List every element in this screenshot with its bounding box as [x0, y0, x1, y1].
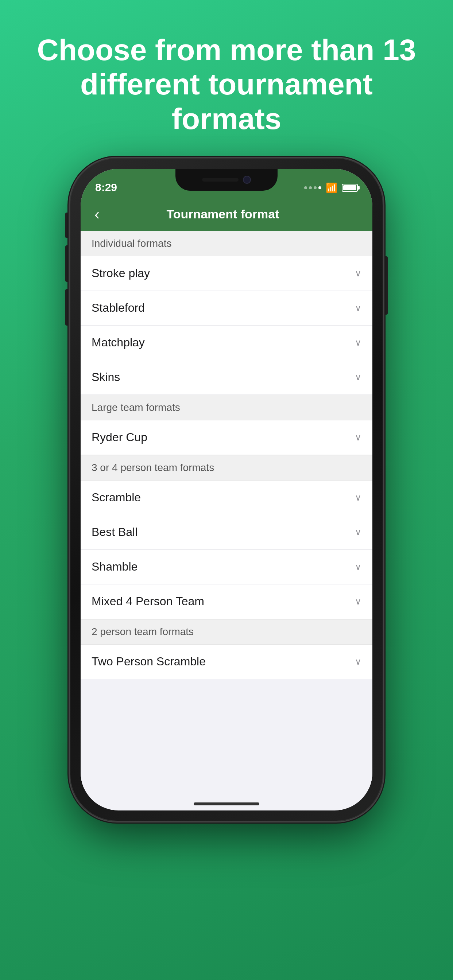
- wifi-icon: 📶: [326, 182, 337, 194]
- list-item[interactable]: Stroke play∨: [81, 256, 372, 291]
- section-header-0: Individual formats: [81, 231, 372, 256]
- hero-title: Choose from more than 13 different tourn…: [0, 0, 453, 158]
- hero-section: Choose from more than 13 different tourn…: [0, 0, 453, 158]
- notch: [175, 169, 278, 191]
- phone-screen: 8:29 📶 ‹ Tournament form: [81, 169, 372, 810]
- volume-down-button: [65, 289, 68, 326]
- list-item-label: Scramble: [91, 491, 141, 504]
- list-item[interactable]: Mixed 4 Person Team∨: [81, 584, 372, 619]
- section-header-3: 2 person team formats: [81, 619, 372, 644]
- list-item-label: Shamble: [91, 560, 137, 573]
- list-item[interactable]: Best Ball∨: [81, 515, 372, 550]
- silent-button: [65, 213, 68, 238]
- home-indicator: [194, 802, 259, 805]
- list-item[interactable]: Shamble∨: [81, 550, 372, 584]
- phone-shell: 8:29 📶 ‹ Tournament form: [70, 158, 383, 821]
- list-item[interactable]: Skins∨: [81, 360, 372, 395]
- list-item[interactable]: Two Person Scramble∨: [81, 644, 372, 679]
- chevron-down-icon: ∨: [355, 372, 362, 382]
- chevron-down-icon: ∨: [355, 657, 362, 667]
- speaker: [202, 178, 239, 181]
- dot-4: [318, 186, 321, 189]
- list-item-label: Skins: [91, 371, 120, 384]
- dot-2: [309, 186, 312, 189]
- chevron-down-icon: ∨: [355, 562, 362, 572]
- status-icons: 📶: [304, 182, 358, 194]
- dot-3: [314, 186, 317, 189]
- chevron-down-icon: ∨: [355, 337, 362, 348]
- list-item-label: Best Ball: [91, 525, 137, 539]
- list-item[interactable]: Matchplay∨: [81, 326, 372, 360]
- list-item-label: Stroke play: [91, 267, 150, 280]
- list-item-label: Two Person Scramble: [91, 655, 206, 668]
- power-button: [385, 256, 388, 315]
- list-item-label: Mixed 4 Person Team: [91, 595, 204, 608]
- back-button[interactable]: ‹: [91, 203, 102, 226]
- list-item[interactable]: Ryder Cup∨: [81, 420, 372, 455]
- status-time: 8:29: [95, 181, 117, 194]
- section-header-1: Large team formats: [81, 395, 372, 420]
- list-item-label: Ryder Cup: [91, 431, 147, 444]
- battery-icon: [342, 184, 358, 192]
- nav-title: Tournament format: [102, 207, 343, 221]
- list-item-label: Matchplay: [91, 336, 145, 349]
- chevron-down-icon: ∨: [355, 493, 362, 503]
- dot-1: [304, 186, 307, 189]
- chevron-down-icon: ∨: [355, 527, 362, 538]
- volume-up-button: [65, 245, 68, 282]
- chevron-down-icon: ∨: [355, 303, 362, 313]
- chevron-down-icon: ∨: [355, 597, 362, 607]
- content-area: Individual formatsStroke play∨Stableford…: [81, 231, 372, 792]
- list-item-label: Stableford: [91, 301, 145, 315]
- list-item[interactable]: Stableford∨: [81, 291, 372, 326]
- nav-bar: ‹ Tournament format: [81, 198, 372, 231]
- section-header-2: 3 or 4 person team formats: [81, 455, 372, 480]
- battery-fill: [343, 185, 356, 190]
- chevron-down-icon: ∨: [355, 268, 362, 278]
- chevron-down-icon: ∨: [355, 433, 362, 442]
- list-item[interactable]: Scramble∨: [81, 480, 372, 515]
- signal-dots: [304, 186, 321, 189]
- camera: [243, 176, 251, 184]
- phone-mockup: 8:29 📶 ‹ Tournament form: [70, 158, 383, 821]
